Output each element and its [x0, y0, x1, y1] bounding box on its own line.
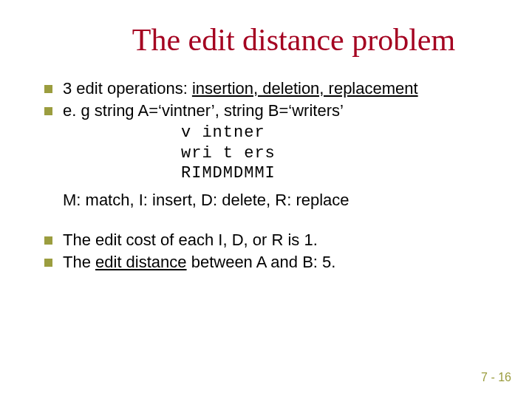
legend-text: M: match, I: insert, D: delete, R: repla…	[63, 190, 502, 211]
slide: The edit distance problem 3 edit operati…	[0, 0, 532, 399]
bullet-1-text: 3 edit operations: insertion, deletion, …	[63, 78, 502, 99]
align-line-2: wri t ers	[181, 143, 502, 164]
b4-u: edit distance	[95, 253, 187, 271]
bullet-3-text: The edit cost of each I, D, or R is 1.	[63, 230, 502, 250]
b2-b: writers	[292, 101, 340, 120]
bullet-row-3: The edit cost of each I, D, or R is 1.	[44, 230, 502, 250]
square-bullet-icon	[44, 236, 52, 245]
bullet-row-2: e. g string A=‘vintner’, string B=‘write…	[44, 100, 502, 121]
bullet-row-4: The edit distance between A and B: 5.	[44, 252, 502, 273]
bullet-4-text: The edit distance between A and B: 5.	[63, 252, 502, 273]
b2-pre: e. g string A=	[63, 101, 158, 120]
slide-body: 3 edit operations: insertion, deletion, …	[44, 78, 502, 273]
quote-close-2: ’	[340, 101, 344, 120]
b2-mid: , string B=	[215, 101, 289, 120]
spacer	[44, 216, 502, 230]
bullet-row-1: 3 edit operations: insertion, deletion, …	[44, 78, 502, 99]
slide-title: The edit distance problem	[85, 22, 502, 58]
bullet-1-ops: insertion, deletion, replacement	[192, 79, 418, 98]
square-bullet-icon	[44, 107, 52, 115]
page-number: 7 - 16	[481, 371, 511, 384]
alignment-block: v intner wri t ers RIMDMDMMI	[181, 123, 502, 184]
square-bullet-icon	[44, 85, 52, 93]
b4-pre: The	[63, 253, 95, 271]
b2-a: vintner	[162, 101, 211, 120]
bullet-2-text: e. g string A=‘vintner’, string B=‘write…	[63, 100, 502, 121]
bullet-1-lead: 3 edit operations:	[63, 79, 192, 98]
square-bullet-icon	[44, 259, 52, 267]
b4-post: between A and B: 5.	[187, 253, 336, 271]
align-line-1: v intner	[181, 123, 502, 143]
align-line-3: RIMDMDMMI	[181, 163, 502, 184]
